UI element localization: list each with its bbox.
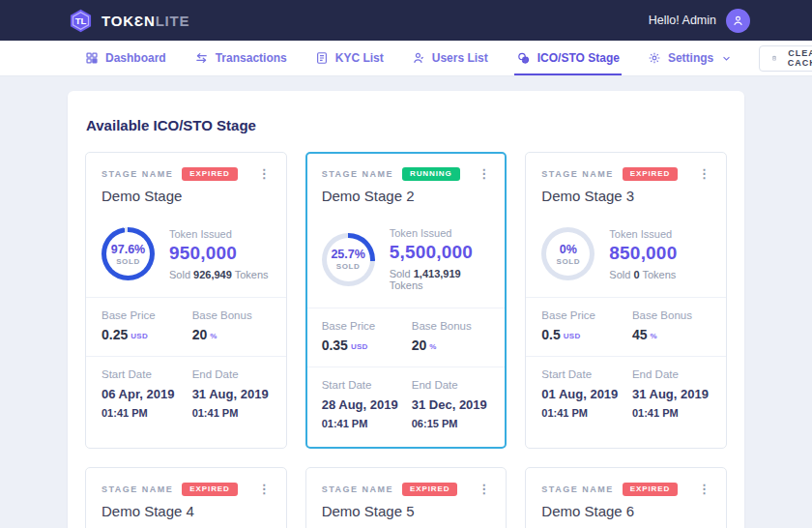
sold-tokens-line: Sold 0 Tokens xyxy=(609,269,677,280)
stage-title: Demo Stage 5 xyxy=(322,503,495,519)
brand-wordmark: TOKƐNLITE xyxy=(102,13,189,29)
stages-panel: Available ICO/STO Stage STAGE NAME EXPIR… xyxy=(68,91,744,528)
stage-title: Demo Stage 3 xyxy=(541,188,714,204)
stage-name-label: STAGE NAME xyxy=(102,484,173,494)
stage-card-body: 0% SOLD Token Issued 850,000 Sold 0 Toke… xyxy=(526,216,726,297)
brand-logo[interactable]: TL TOKƐNLITE xyxy=(68,8,189,34)
stage-name-label: STAGE NAME xyxy=(322,169,393,179)
topbar: TL TOKƐNLITE Hello! Admin xyxy=(0,0,812,41)
base-bonus-value: 20% xyxy=(412,337,492,353)
price-bonus-row: Base Price 0.5USD Base Bonus 45% xyxy=(526,297,726,356)
base-price-value: 0.25USD xyxy=(102,327,187,342)
nav-item-transactions[interactable]: Transactions xyxy=(194,41,287,75)
status-badge: EXPIRED xyxy=(623,483,678,496)
user-avatar[interactable] xyxy=(726,9,750,33)
percent-unit: % xyxy=(210,332,217,340)
sold-donut: 0% SOLD xyxy=(541,227,594,280)
base-bonus-label: Base Bonus xyxy=(412,320,492,332)
base-price-value: 0.35USD xyxy=(322,337,406,353)
stage-card-body: 97.6% SOLD Token Issued 950,000 Sold 926… xyxy=(86,216,286,297)
status-badge: EXPIRED xyxy=(402,483,457,496)
more-options-icon[interactable]: ⋮ xyxy=(474,484,494,494)
more-options-icon[interactable]: ⋮ xyxy=(694,484,714,494)
start-date-value: 28 Aug, 2019 01:41 PM xyxy=(322,396,406,433)
more-options-icon[interactable]: ⋮ xyxy=(254,169,275,179)
stage-card-body: 25.7% SOLD Token Issued 5,500,000 Sold 1… xyxy=(307,216,506,308)
base-bonus-label: Base Bonus xyxy=(632,309,712,321)
start-date-value: 01 Aug, 2019 01:41 PM xyxy=(541,386,626,423)
kyc-list-icon xyxy=(315,51,329,65)
end-date-label: End Date xyxy=(632,368,712,380)
usd-unit: USD xyxy=(130,332,148,340)
nav-item-kyc-list[interactable]: KYC List xyxy=(315,41,384,75)
nav-item-dashboard[interactable]: Dashboard xyxy=(85,41,166,75)
nav-label: KYC List xyxy=(335,51,384,65)
page-title: Available ICO/STO Stage xyxy=(86,117,727,133)
main-nav: Dashboard Transactions KYC List Users Li… xyxy=(0,41,812,76)
sold-donut: 25.7% SOLD xyxy=(322,233,375,286)
start-date-label: Start Date xyxy=(322,379,406,391)
end-date-label: End Date xyxy=(192,368,273,380)
sold-caption: SOLD xyxy=(336,262,361,271)
users-list-icon xyxy=(412,51,425,65)
nav-item-settings[interactable]: Settings xyxy=(648,41,731,75)
sold-tokens-value: 1,413,919 xyxy=(414,268,461,279)
sold-caption: SOLD xyxy=(557,257,581,266)
stage-title: Demo Stage xyxy=(102,188,275,204)
sold-tokens-value: 926,949 xyxy=(193,269,232,280)
start-time-value: 01:41 PM xyxy=(541,407,588,419)
stage-card: STAGE NAME EXPIRED ⋮ Demo Stage 5 0% SOL… xyxy=(305,467,508,528)
stage-name-label: STAGE NAME xyxy=(541,484,613,494)
base-price-value: 0.5USD xyxy=(541,327,626,342)
trash-icon xyxy=(771,52,777,64)
start-date-label: Start Date xyxy=(102,368,187,380)
token-issued-value: 950,000 xyxy=(169,243,269,264)
nav-item-ico-sto-stage[interactable]: ICO/STO Stage xyxy=(516,41,620,75)
start-date-value: 06 Apr, 2019 01:41 PM xyxy=(102,386,187,423)
sold-percent: 0% xyxy=(560,243,577,256)
status-badge: EXPIRED xyxy=(182,483,237,496)
clear-cache-button[interactable]: CLEAR CACHE xyxy=(759,45,812,72)
base-bonus-value: 45% xyxy=(632,327,712,342)
nav-item-users-list[interactable]: Users List xyxy=(412,41,488,75)
nav-label: ICO/STO Stage xyxy=(537,51,620,65)
base-price-label: Base Price xyxy=(541,309,626,321)
stage-name-label: STAGE NAME xyxy=(102,169,173,179)
stage-card-header: STAGE NAME EXPIRED ⋮ Demo Stage 4 xyxy=(86,468,286,528)
status-badge: EXPIRED xyxy=(182,167,237,181)
chevron-down-icon xyxy=(722,54,731,63)
start-date-label: Start Date xyxy=(541,368,626,380)
stage-card-header: STAGE NAME EXPIRED ⋮ Demo Stage xyxy=(86,153,286,216)
more-options-icon[interactable]: ⋮ xyxy=(694,169,714,179)
dates-row: Start Date 01 Aug, 2019 01:41 PM End Dat… xyxy=(526,356,726,436)
stage-card-header: STAGE NAME EXPIRED ⋮ Demo Stage 3 xyxy=(526,153,726,216)
nav-label: Transactions xyxy=(216,51,287,65)
more-options-icon[interactable]: ⋮ xyxy=(254,484,275,494)
stage-grid: STAGE NAME EXPIRED ⋮ Demo Stage 97.6% SO… xyxy=(85,152,727,528)
base-bonus-label: Base Bonus xyxy=(192,309,273,321)
stage-title: Demo Stage 4 xyxy=(102,503,275,519)
stage-card: STAGE NAME EXPIRED ⋮ Demo Stage 4 0% SOL… xyxy=(85,467,287,528)
settings-icon xyxy=(648,51,661,65)
base-price-label: Base Price xyxy=(102,309,187,321)
end-date-value: 31 Aug, 2019 01:41 PM xyxy=(192,386,273,423)
base-bonus-value: 20% xyxy=(192,327,273,342)
price-bonus-row: Base Price 0.25USD Base Bonus 20% xyxy=(86,297,286,356)
end-date-value: 31 Aug, 2019 01:41 PM xyxy=(632,386,712,423)
end-time-value: 01:41 PM xyxy=(192,407,239,419)
stage-card-header: STAGE NAME EXPIRED ⋮ Demo Stage 6 xyxy=(526,468,726,528)
token-issued-label: Token Issued xyxy=(390,227,492,239)
dates-row: Start Date 28 Aug, 2019 01:41 PM End Dat… xyxy=(307,367,506,447)
more-options-icon[interactable]: ⋮ xyxy=(474,169,494,179)
start-time-value: 01:41 PM xyxy=(102,407,148,419)
nav-label: Dashboard xyxy=(105,51,166,65)
sold-tokens-line: Sold 1,413,919 Tokens xyxy=(390,268,492,291)
usd-unit: USD xyxy=(564,332,581,340)
token-issued-value: 850,000 xyxy=(609,243,677,264)
token-issued-label: Token Issued xyxy=(169,228,269,240)
stage-card: STAGE NAME EXPIRED ⋮ Demo Stage 6 0% SOL… xyxy=(525,467,727,528)
dashboard-icon xyxy=(85,51,99,65)
svg-text:TL: TL xyxy=(75,15,87,26)
greeting-text: Hello! Admin xyxy=(649,14,716,27)
transactions-icon xyxy=(194,51,209,65)
